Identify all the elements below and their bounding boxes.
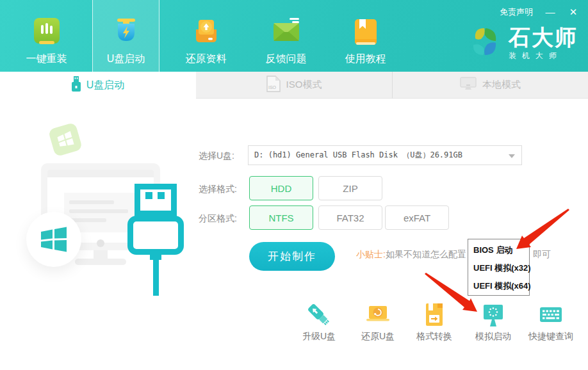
usb-stick-icon [72, 76, 81, 94]
iso-file-icon: ISO [266, 76, 281, 94]
windows-flag-icon [40, 225, 68, 253]
usb-drive-value: D: (hd1) General USB Flash Disk （U盘）26.9… [254, 150, 462, 161]
usb-drive-select[interactable]: D: (hd1) General USB Flash Disk （U盘）26.9… [248, 145, 522, 165]
tool-label: 快捷键查询 [528, 331, 573, 342]
brand-pinwheel-icon [466, 24, 502, 63]
partition-option-fat32[interactable]: FAT32 [318, 205, 382, 230]
simulate-boot-icon [479, 301, 507, 329]
tool-label: 格式转换 [416, 331, 452, 342]
nav-label: 一键重装 [26, 52, 67, 66]
nav-item-tutorial[interactable]: 使用教程 [332, 0, 399, 72]
close-button[interactable]: ✕ [568, 6, 579, 18]
nav-label: U盘启动 [107, 52, 145, 66]
tab-usb-boot[interactable]: U盘启动 [0, 72, 196, 99]
windows-logo-icon [56, 130, 75, 149]
tab-label: U盘启动 [86, 79, 125, 92]
windows-badge [26, 212, 81, 267]
tool-label: 模拟启动 [475, 331, 511, 342]
usb-cable [153, 256, 159, 296]
nav-item-usb-boot[interactable]: U盘启动 [92, 0, 159, 72]
simulate-boot-menu: BIOS 启动 UEFI 模拟(x32) UEFI 模拟(x64) [468, 239, 530, 296]
disclaimer-link[interactable]: 免责声明 [500, 6, 533, 18]
mode-tab-bar: U盘启动 ISO ISO模式 本地模式 [0, 72, 588, 99]
usb-select-label: 选择U盘: [199, 150, 234, 162]
usb-boot-shield-icon [112, 18, 140, 47]
format-option-zip[interactable]: ZIP [318, 176, 382, 200]
partition-option-ntfs[interactable]: NTFS [249, 205, 313, 230]
brand-logo: 石大师 装机大师 [466, 24, 578, 63]
format-option-hdd[interactable]: HDD [249, 176, 313, 200]
monitor-stand [94, 250, 108, 259]
minimize-button[interactable]: — [544, 6, 556, 18]
tab-iso-mode[interactable]: ISO ISO模式 [196, 72, 392, 99]
tool-simulate-boot[interactable]: 模拟启动 [461, 301, 525, 342]
tool-upgrade-usb[interactable]: 升级U盘 [287, 301, 351, 342]
nav-item-feedback[interactable]: 反馈问题 [252, 0, 320, 72]
restore-data-icon [192, 18, 220, 47]
format-label: 选择格式: [199, 184, 237, 195]
app-window: 一键重装 U盘启动 [0, 0, 588, 370]
nav-label: 使用教程 [345, 52, 386, 66]
monitor-small-icon [460, 77, 477, 93]
tool-format-convert[interactable]: 格式转换 [402, 301, 466, 342]
usb-plug-body [127, 216, 184, 255]
titlebar-controls: 免责声明 — ✕ [500, 6, 579, 18]
tutorial-book-icon [352, 18, 380, 47]
nav-item-restore-data[interactable]: 还原资料 [172, 0, 240, 72]
restore-usb-icon [364, 301, 392, 329]
tool-label: 还原U盘 [361, 331, 395, 342]
tip-label: 小贴士: [356, 249, 386, 259]
windows-tile-decoration [48, 122, 83, 157]
partition-option-exfat[interactable]: exFAT [385, 205, 449, 230]
nav-item-reinstall[interactable]: 一键重装 [13, 0, 80, 72]
iso-icon-text: ISO [268, 85, 277, 90]
chevron-down-icon [509, 154, 515, 158]
tip-text: 小贴士:如果不知道怎么配置 [356, 249, 466, 261]
brand-subtitle: 装机大师 [509, 51, 578, 61]
tool-hotkey-query[interactable]: 快捷键查询 [519, 301, 583, 342]
monitor-power-dot [97, 239, 104, 247]
upgrade-usb-icon [305, 301, 333, 329]
format-convert-icon [420, 301, 448, 329]
tab-local-mode[interactable]: 本地模式 [392, 72, 588, 99]
top-nav-bar: 一键重装 U盘启动 [0, 0, 588, 72]
menu-item-uefi-x32[interactable]: UEFI 模拟(x32) [468, 259, 529, 277]
partition-label: 分区格式: [199, 213, 237, 225]
tip-body: 如果不知道怎么配置 [386, 249, 466, 259]
hotkey-keyboard-icon [537, 301, 565, 329]
menu-item-bios-boot[interactable]: BIOS 启动 [468, 241, 529, 259]
start-make-button[interactable]: 开始制作 [249, 242, 335, 271]
tab-label: 本地模式 [482, 79, 521, 91]
tool-restore-usb[interactable]: 还原U盘 [346, 301, 410, 342]
nav-label: 反馈问题 [266, 52, 307, 66]
tool-label: 升级U盘 [302, 331, 336, 342]
tab-label: ISO模式 [286, 79, 322, 91]
feedback-envelope-icon [272, 18, 300, 47]
monitor-base [75, 259, 126, 265]
tip-text-tail: 即可 [533, 249, 551, 261]
menu-item-uefi-x64[interactable]: UEFI 模拟(x64) [468, 277, 529, 295]
brand-name: 石大师 [509, 26, 578, 49]
one-key-reinstall-icon [33, 18, 61, 47]
nav-label: 还原资料 [186, 52, 227, 66]
usb-plug-connector [135, 184, 177, 216]
